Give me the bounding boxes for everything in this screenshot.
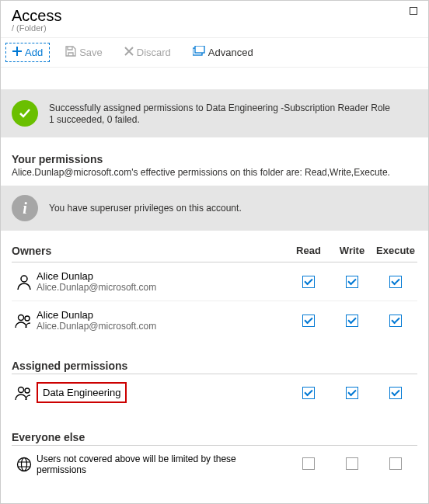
save-button[interactable]: Save (59, 43, 109, 62)
col-execute: Execute (374, 245, 417, 257)
checkbox-read[interactable] (302, 315, 315, 327)
checkbox-read[interactable] (302, 276, 315, 288)
everyone-title: Everyone else (1, 428, 428, 445)
plus-icon (12, 47, 22, 58)
advanced-label: Advanced (208, 47, 253, 58)
svg-point-5 (19, 387, 24, 392)
success-banner: Successfully assigned permissions to Dat… (1, 89, 428, 137)
owners-header: Owners Read Write Execute (12, 245, 417, 262)
svg-rect-1 (195, 46, 204, 53)
assigned-name: Data Engineering (43, 387, 120, 398)
group-icon (12, 385, 37, 401)
discard-button[interactable]: Discard (118, 43, 177, 61)
save-icon (65, 46, 76, 59)
info-icon: i (12, 195, 38, 221)
info-message: You have superuser privileges on this ac… (49, 203, 242, 214)
your-permissions-title: Your permissions (1, 150, 428, 167)
success-detail: 1 succeeded, 0 failed. (49, 114, 390, 125)
assigned-title: Assigned permissions (1, 356, 428, 374)
checkbox-execute[interactable] (389, 457, 402, 470)
success-icon (12, 100, 38, 127)
person-icon (12, 274, 37, 290)
table-row: Users not covered above will be limited … (12, 445, 417, 483)
assigned-table: Data Engineering (1, 374, 428, 411)
highlighted-assignment: Data Engineering (37, 382, 127, 403)
owner-email: Alice.Dunlap@microsoft.com (37, 282, 287, 293)
advanced-button[interactable]: Advanced (187, 43, 260, 62)
checkbox-execute[interactable] (389, 387, 402, 399)
svg-point-2 (21, 276, 27, 282)
group-icon (12, 313, 37, 328)
everyone-desc: Users not covered above will be limited … (37, 454, 287, 475)
page-title: Access (12, 7, 417, 25)
svg-point-7 (18, 458, 31, 471)
success-message: Successfully assigned permissions to Dat… (49, 102, 390, 115)
checkbox-write[interactable] (346, 387, 358, 399)
maximize-icon[interactable] (410, 7, 417, 15)
your-permissions-desc: Alice.Dunlap@microsoft.com's effective p… (1, 167, 428, 186)
toolbar: Add Save Discard Advanced (1, 37, 428, 68)
svg-point-3 (19, 315, 24, 320)
checkbox-read[interactable] (302, 387, 315, 399)
access-panel: Access / (Folder) Add Save Discard Advan… (0, 0, 429, 504)
checkbox-write[interactable] (346, 457, 358, 470)
col-read: Read (287, 245, 330, 257)
owners-table: Owners Read Write Execute Alice Dunlap A… (1, 245, 428, 339)
close-icon (124, 47, 134, 58)
checkbox-read[interactable] (302, 457, 315, 470)
owner-name: Alice Dunlap (37, 270, 287, 282)
table-row: Data Engineering (12, 374, 417, 411)
save-label: Save (79, 47, 103, 58)
svg-point-8 (22, 458, 27, 471)
add-label: Add (25, 47, 43, 58)
owners-heading: Owners (12, 245, 287, 257)
breadcrumb: / (Folder) (12, 23, 417, 33)
owner-email: Alice.Dunlap@microsoft.com (37, 321, 287, 332)
checkbox-execute[interactable] (389, 315, 402, 327)
panel-header: Access / (Folder) (1, 1, 428, 37)
globe-icon (12, 457, 37, 472)
add-button[interactable]: Add (5, 43, 50, 62)
owner-name: Alice Dunlap (37, 309, 287, 321)
table-row: Alice Dunlap Alice.Dunlap@microsoft.com (12, 262, 417, 301)
discard-label: Discard (137, 47, 171, 58)
checkbox-write[interactable] (346, 276, 358, 288)
col-write: Write (330, 245, 374, 257)
checkbox-write[interactable] (346, 315, 358, 327)
svg-point-4 (25, 316, 30, 321)
table-row: Alice Dunlap Alice.Dunlap@microsoft.com (12, 301, 417, 339)
info-banner: i You have superuser privileges on this … (1, 186, 428, 231)
checkbox-execute[interactable] (389, 276, 402, 288)
everyone-table: Users not covered above will be limited … (1, 445, 428, 483)
advanced-icon (193, 46, 205, 59)
svg-point-6 (25, 388, 30, 393)
